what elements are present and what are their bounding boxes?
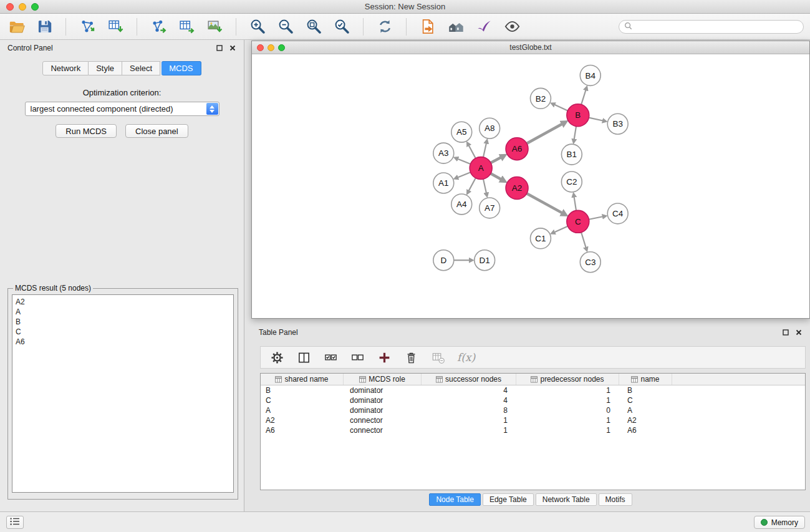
network-edge-C-C4[interactable]: [589, 216, 602, 220]
show-details-icon[interactable]: [502, 17, 522, 37]
network-node-B3[interactable]: B3: [607, 114, 628, 134]
network-node-C2[interactable]: C2: [561, 172, 582, 192]
network-node-C4[interactable]: C4: [607, 203, 628, 224]
snapshot-icon[interactable]: [418, 17, 438, 37]
network-edge-A2-C[interactable]: [527, 193, 562, 213]
tab-style[interactable]: Style: [89, 61, 122, 75]
network-edge-B-B2[interactable]: [554, 105, 567, 111]
import-table-icon[interactable]: [105, 17, 125, 37]
network-node-A7[interactable]: A7: [480, 198, 500, 218]
network-edge-A6-B[interactable]: [527, 124, 562, 143]
export-image-icon[interactable]: [205, 17, 224, 37]
network-edge-C-C3[interactable]: [581, 233, 586, 248]
network-node-C[interactable]: C: [567, 210, 589, 233]
network-edge-A-A3[interactable]: [458, 159, 470, 164]
tab-node-table[interactable]: Node Table: [429, 493, 481, 506]
zoom-in-icon[interactable]: [248, 17, 268, 37]
network-node-B1[interactable]: B1: [561, 144, 582, 165]
network-edge-A-A6[interactable]: [491, 157, 501, 163]
network-window-titlebar[interactable]: testGlobe.txt: [252, 41, 809, 54]
import-network-icon[interactable]: [77, 17, 97, 37]
network-edge-A-A8[interactable]: [483, 143, 486, 157]
run-mcds-button[interactable]: Run MCDS: [55, 124, 117, 138]
float-table-panel-icon[interactable]: [782, 329, 789, 336]
zoom-out-icon[interactable]: [276, 17, 296, 37]
network-node-C3[interactable]: C3: [580, 252, 600, 273]
table-row[interactable]: Bdominator41B: [261, 385, 805, 395]
refresh-icon[interactable]: [375, 17, 395, 37]
open-session-icon[interactable]: [6, 17, 26, 37]
memory-button[interactable]: Memory: [754, 516, 805, 529]
settings-icon[interactable]: [269, 350, 284, 365]
network-minimize-button[interactable]: [268, 44, 274, 51]
search-input[interactable]: [635, 22, 798, 31]
result-item[interactable]: A: [16, 307, 230, 317]
network-node-B2[interactable]: B2: [531, 88, 551, 109]
network-node-A4[interactable]: A4: [451, 194, 472, 215]
tab-network[interactable]: Network: [42, 61, 89, 75]
tab-mcds[interactable]: MCDS: [162, 61, 201, 75]
network-node-B4[interactable]: B4: [580, 65, 600, 85]
network-node-D[interactable]: D: [433, 250, 454, 271]
result-item[interactable]: C: [16, 327, 230, 337]
network-edge-B-B1[interactable]: [574, 127, 576, 140]
close-table-panel-icon[interactable]: [795, 329, 803, 336]
optimization-criterion-select[interactable]: largest connected component (directed): [25, 102, 219, 116]
table-row[interactable]: Adominator80A: [261, 405, 805, 415]
close-panel-button[interactable]: Close panel: [125, 124, 188, 138]
column-header-mcds-role[interactable]: MCDS role: [344, 374, 422, 385]
network-edge-A-A7[interactable]: [483, 179, 486, 193]
network-zoom-button[interactable]: [278, 44, 285, 51]
delete-row-icon[interactable]: [403, 350, 418, 365]
close-panel-icon[interactable]: [229, 44, 236, 52]
search-field[interactable]: [619, 20, 804, 34]
network-edge-A-A2[interactable]: [491, 173, 501, 179]
network-node-C1[interactable]: C1: [531, 228, 551, 249]
network-edge-A-A4[interactable]: [469, 178, 476, 190]
export-table-icon[interactable]: [176, 17, 196, 37]
select-all-icon[interactable]: [323, 350, 338, 365]
zoom-window-button[interactable]: [31, 3, 39, 11]
tab-network-table[interactable]: Network Table: [536, 493, 597, 506]
close-window-button[interactable]: [6, 3, 14, 11]
table-row[interactable]: A6connector11A6: [261, 425, 805, 435]
table-row[interactable]: Cdominator41C: [261, 395, 805, 405]
network-graph[interactable]: B4B2BB3A5A8A6B1A3AC2A1A2A4A7C4CC1C3DD1: [252, 54, 809, 318]
zoom-selected-icon[interactable]: [332, 17, 352, 37]
tab-select[interactable]: Select: [122, 61, 160, 75]
add-row-icon[interactable]: [377, 350, 392, 365]
delete-table-icon[interactable]: [430, 350, 445, 365]
table-row[interactable]: A2connector11A2: [261, 415, 805, 425]
column-header-shared-name[interactable]: shared name: [261, 374, 344, 385]
network-canvas[interactable]: B4B2BB3A5A8A6B1A3AC2A1A2A4A7C4CC1C3DD1: [252, 54, 809, 318]
minimize-window-button[interactable]: [19, 3, 26, 11]
network-node-A8[interactable]: A8: [480, 118, 500, 138]
network-node-D1[interactable]: D1: [475, 250, 495, 271]
network-close-button[interactable]: [257, 44, 264, 51]
panel-list-button[interactable]: [6, 516, 24, 529]
export-network-icon[interactable]: [148, 17, 168, 37]
column-header-predecessor-nodes[interactable]: predecessor nodes: [516, 374, 619, 385]
network-node-A2[interactable]: A2: [506, 177, 528, 200]
columns-icon[interactable]: [296, 350, 311, 365]
network-edge-A-A5[interactable]: [469, 145, 476, 158]
mcds-result-list[interactable]: A2ABCA6: [12, 294, 234, 493]
network-node-A5[interactable]: A5: [451, 122, 472, 142]
save-session-icon[interactable]: [34, 17, 54, 37]
tab-motifs[interactable]: Motifs: [599, 493, 632, 506]
result-item[interactable]: A6: [16, 337, 230, 347]
network-edge-C-C1[interactable]: [554, 226, 567, 233]
network-node-A[interactable]: A: [470, 157, 492, 180]
network-edge-B-B4[interactable]: [581, 90, 586, 104]
column-header-successor-nodes[interactable]: successor nodes: [422, 374, 516, 385]
network-edge-B-B3[interactable]: [589, 118, 602, 121]
zoom-fit-icon[interactable]: [304, 17, 324, 37]
style-check-icon[interactable]: [474, 17, 494, 37]
tab-edge-table[interactable]: Edge Table: [483, 493, 534, 506]
float-panel-icon[interactable]: [216, 44, 223, 52]
network-node-B[interactable]: B: [567, 104, 589, 127]
network-edge-C-C2[interactable]: [574, 197, 576, 211]
deselect-all-icon[interactable]: [350, 350, 365, 365]
network-node-A6[interactable]: A6: [506, 138, 528, 160]
network-edge-A-A1[interactable]: [458, 172, 470, 177]
